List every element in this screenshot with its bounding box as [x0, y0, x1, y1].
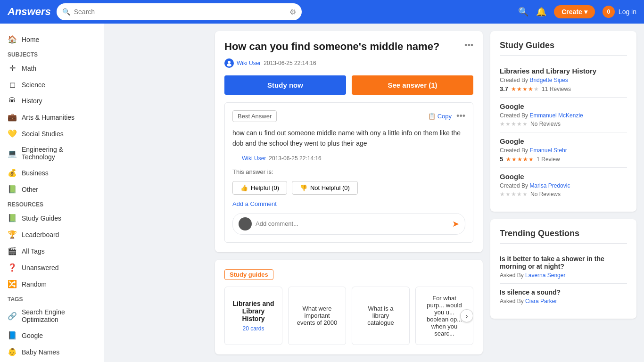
sidebar-item-engineering[interactable]: 💻 Engineering & Technology [0, 142, 104, 165]
header: Answers 🔍 ⚙ 🔍 🔔 Create ▾ 0 Log in [0, 0, 644, 24]
leaderboard-icon: 🏆 [8, 230, 17, 239]
answer-more-icon[interactable]: ••• [456, 111, 465, 121]
guide-card-1[interactable]: What were important events of 2000 [288, 287, 346, 345]
filter-icon[interactable]: ⚙ [289, 8, 296, 16]
sidebar-item-google[interactable]: 📘 Google [0, 327, 104, 344]
study-now-button[interactable]: Study now [224, 75, 346, 95]
home-icon: 🏠 [8, 35, 17, 44]
more-options-icon[interactable]: ••• [464, 41, 473, 50]
cards-row: Libraries and Library History 20 cards W… [224, 287, 473, 345]
right-study-guides-card: Study Guides Libraries and Library Histo… [490, 31, 636, 212]
notification-icon[interactable]: 🔔 [536, 7, 546, 17]
create-button[interactable]: Create ▾ [554, 5, 595, 18]
sg-item-1-creator: Created By Emmanuel McKenzie [500, 112, 627, 119]
science-icon: ◻ [8, 80, 17, 89]
trending-meta-0: Asked By Laverna Senger [500, 272, 627, 279]
sidebar-item-history[interactable]: 🏛 History [0, 93, 104, 109]
sg-item-3-stars: ★ ★ ★ ★ ★ [500, 191, 528, 197]
guide-card-2[interactable]: What is a library catalogue [352, 287, 410, 345]
add-comment-link[interactable]: Add a Comment [232, 200, 277, 207]
sg-item-3: Google Created By Marisa Predovic ★ ★ ★ … [500, 168, 627, 202]
sidebar: 🏠 Home Subjects ✛ Math ◻ Science 🏛 Histo… [0, 24, 104, 362]
question-card: How can you find someone's middle name? … [215, 31, 483, 252]
sg-item-1-reviews: No Reviews [530, 121, 561, 127]
sg-item-1-creator-link[interactable]: Emmanuel McKenzie [529, 112, 583, 119]
sg-item-2-reviews: 1 Review [537, 156, 560, 163]
study-guides-carousel: Study guides Libraries and Library Histo… [215, 260, 483, 354]
svg-point-1 [227, 64, 231, 66]
svg-point-3 [233, 158, 238, 161]
answer-author[interactable]: Wiki User [242, 155, 266, 162]
sidebar-item-leaderboard[interactable]: 🏆 Leaderboard [0, 226, 104, 243]
carousel-next-button[interactable]: › [460, 309, 473, 322]
guide-card-0[interactable]: Libraries and Library History 20 cards [224, 287, 282, 345]
commenter-avatar [239, 217, 252, 230]
sidebar-item-study-guides[interactable]: 📗 Study Guides [0, 210, 104, 226]
sidebar-item-other[interactable]: 📗 Other [0, 181, 104, 197]
sidebar-item-all-tags[interactable]: 🎬 All Tags [0, 243, 104, 259]
question-author-avatar [224, 58, 234, 68]
trending-asker-1[interactable]: Ciara Parker [525, 298, 557, 304]
sidebar-item-home[interactable]: 🏠 Home [0, 31, 104, 48]
svg-point-0 [228, 61, 231, 64]
social-icon: 💛 [8, 129, 17, 138]
sidebar-item-random[interactable]: 🔀 Random [0, 276, 104, 292]
copy-icon: 📋 [428, 113, 436, 120]
user-coins: 0 [603, 6, 615, 18]
history-icon: 🏛 [8, 97, 17, 105]
sg-item-0-creator-link[interactable]: Bridgette Sipes [529, 77, 568, 83]
best-answer-section: Best Answer 📋 Copy ••• how can u find ou… [224, 102, 473, 243]
other-icon: 📗 [8, 185, 17, 194]
sidebar-item-social[interactable]: 💛 Social Studies [0, 125, 104, 142]
trending-asker-0[interactable]: Laverna Senger [525, 272, 565, 279]
sg-item-1: Google Created By Emmanuel McKenzie ★ ★ … [500, 98, 627, 132]
login-link[interactable]: Log in [619, 8, 636, 16]
question-title: How can you find someone's middle name? [224, 41, 464, 53]
helpful-button[interactable]: 👍 Helpful (0) [232, 181, 287, 195]
see-answer-button[interactable]: See answer (1) [352, 75, 473, 95]
sg-item-3-title: Google [500, 173, 627, 181]
trending-q-0: Is it better to take a shower in the mor… [500, 255, 627, 270]
sidebar-item-business[interactable]: 💰 Business [0, 165, 104, 181]
not-helpful-button[interactable]: 👎 Not Helpful (0) [292, 181, 358, 195]
comment-input[interactable] [256, 220, 448, 227]
trending-meta-1: Asked By Ciara Parker [500, 298, 627, 304]
random-icon: 🔀 [8, 280, 17, 288]
sidebar-item-math[interactable]: ✛ Math [0, 60, 104, 76]
tags-icon: 🎬 [8, 247, 17, 255]
sidebar-item-baby-names[interactable]: 👶 Baby Names [0, 344, 104, 360]
sg-item-0-stars: ★ ★ ★ ★ ★ [511, 86, 539, 92]
best-answer-badge: Best Answer [232, 110, 277, 122]
resources-title: Resources [0, 197, 104, 210]
svg-point-2 [234, 156, 237, 158]
trending-card: Trending Questions Is it better to take … [490, 219, 636, 319]
study-guides-label: Study guides [224, 269, 273, 280]
trending-title: Trending Questions [500, 229, 627, 244]
answer-rating-label: This answer is: [232, 168, 465, 175]
sg-item-0-title: Libraries and Library History [500, 67, 627, 75]
unanswered-icon: ❓ [8, 263, 17, 272]
sg-item-2-creator: Created By Emanuel Stehr [500, 147, 627, 154]
user-area: 0 Log in [603, 6, 636, 18]
copy-button[interactable]: 📋 Copy [428, 113, 452, 120]
header-icons: 🔍 🔔 Create ▾ 0 Log in [518, 5, 636, 18]
sg-item-2-stars: ★ ★ ★ ★ ★ [506, 156, 534, 163]
question-author[interactable]: Wiki User [237, 60, 261, 66]
engineering-icon: 💻 [8, 149, 17, 158]
sidebar-item-unanswered[interactable]: ❓ Unanswered [0, 259, 104, 276]
sg-item-2-title: Google [500, 137, 627, 145]
sg-item-2-creator-link[interactable]: Emanuel Stehr [529, 147, 567, 154]
sidebar-item-seo[interactable]: 🔗 Search Engine Optimization [0, 304, 104, 327]
search-input[interactable] [74, 8, 286, 16]
sidebar-item-science[interactable]: ◻ Science [0, 76, 104, 93]
sidebar-item-arts[interactable]: 💼 Arts & Humanities [0, 109, 104, 125]
logo: Answers [8, 6, 51, 18]
sg-item-3-creator-link[interactable]: Marisa Predovic [529, 182, 570, 189]
subjects-title: Subjects [0, 48, 104, 60]
sg-item-0-rating: 3.7 [500, 85, 508, 92]
answer-text: how can u find out someone middle name w… [232, 128, 465, 149]
arts-icon: 💼 [8, 113, 17, 122]
baby-names-icon: 👶 [8, 347, 17, 356]
search-icon-header[interactable]: 🔍 [518, 7, 528, 17]
send-comment-button[interactable]: ➤ [452, 219, 459, 229]
